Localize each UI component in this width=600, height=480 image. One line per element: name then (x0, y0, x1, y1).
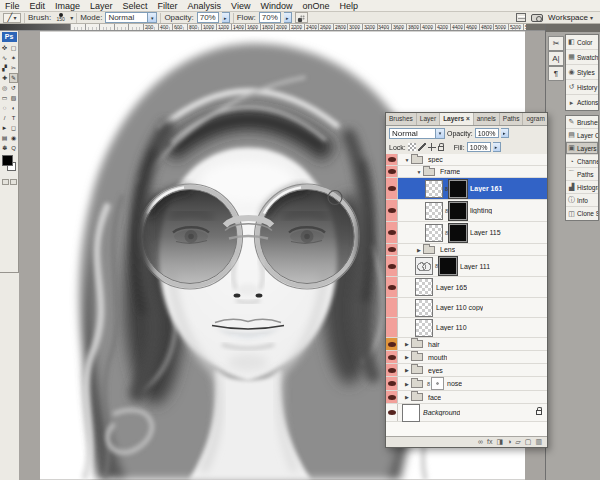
hand-tool[interactable]: ✽ (0, 143, 9, 153)
palette-color[interactable]: ◧ Color (566, 35, 598, 50)
layer-group-face[interactable]: face (386, 391, 547, 404)
visibility-toggle[interactable] (386, 338, 398, 350)
tab-brushes[interactable]: Brushes (386, 113, 417, 125)
tool-preset-picker[interactable]: ╱ ▾ (3, 13, 21, 23)
expand-arrow-icon[interactable] (415, 247, 423, 253)
move-tool[interactable]: ✜ (0, 43, 9, 53)
airbrush-toggle-icon[interactable] (295, 12, 308, 23)
palette-channels[interactable]: ◔ Channels (566, 155, 598, 168)
history-brush-tool[interactable]: ↺ (9, 83, 18, 93)
palette-styles[interactable]: ◉ Styles (566, 65, 598, 80)
marquee-tool[interactable]: ▢ (9, 43, 18, 53)
layer-row-115[interactable]: Layer 115 (386, 222, 547, 244)
shape-tool[interactable]: ◻ (9, 123, 18, 133)
link-layers-icon[interactable]: ∞ (478, 437, 483, 447)
menu-help[interactable]: Help (335, 0, 364, 12)
expand-arrow-icon[interactable] (403, 354, 411, 360)
workspace-menu[interactable]: Workspace ▾ (548, 13, 593, 22)
delete-layer-icon[interactable]: ▥ (535, 437, 542, 447)
visibility-toggle[interactable] (386, 154, 398, 165)
toggle-palettes-icon[interactable] (516, 13, 526, 22)
lock-transparency-icon[interactable] (408, 143, 416, 151)
tab-paths[interactable]: Paths (500, 113, 524, 125)
lock-position-icon[interactable] (428, 143, 436, 151)
layer-thumbnail[interactable] (425, 224, 443, 242)
layer-group-nose[interactable]: nose (386, 377, 547, 391)
visibility-toggle[interactable] (386, 166, 398, 177)
layer-group-lens[interactable]: Lens (386, 244, 547, 256)
visibility-toggle[interactable] (386, 256, 398, 276)
layer-row-165[interactable]: Layer 165 (386, 277, 547, 298)
expand-arrow-icon[interactable] (415, 169, 423, 175)
layer-mask-thumbnail[interactable] (449, 202, 467, 220)
visibility-toggle[interactable] (386, 364, 398, 376)
layer-mask-thumbnail[interactable] (431, 377, 444, 390)
menu-view[interactable]: View (226, 0, 255, 12)
layer-thumbnail[interactable] (415, 299, 433, 317)
menu-select[interactable]: Select (118, 0, 153, 12)
menu-edit[interactable]: Edit (25, 0, 51, 12)
palette-info[interactable]: ⓘ Info (566, 194, 598, 207)
dodge-tool[interactable]: ◐ (9, 103, 18, 113)
visibility-toggle[interactable] (386, 377, 398, 390)
layer-row-lighting[interactable]: lighting (386, 200, 547, 222)
palette-layer-comps[interactable]: ▤ Layer C... (566, 129, 598, 142)
palette-layers[interactable]: ▣ Layers (566, 142, 598, 155)
chevron-down-icon[interactable]: ▾ (147, 13, 156, 22)
path-select-tool[interactable]: ► (0, 123, 9, 133)
flow-input[interactable]: 70% (259, 12, 281, 23)
fill-arrow[interactable]: ▸ (493, 142, 501, 152)
visibility-toggle[interactable] (386, 222, 398, 243)
visibility-toggle[interactable] (386, 298, 398, 317)
layer-opacity-input[interactable]: 100% (475, 128, 499, 138)
type-tool[interactable]: T (9, 113, 18, 123)
layer-row-110-copy[interactable]: Layer 110 copy (386, 298, 547, 318)
crop-tool[interactable]: ▞ (0, 63, 9, 73)
expand-arrow-icon[interactable] (403, 341, 411, 347)
layer-mask-thumbnail[interactable] (449, 224, 467, 242)
magic-wand-tool[interactable]: ✶ (9, 53, 18, 63)
paragraph-panel-icon[interactable]: ¶ (548, 66, 564, 81)
quick-mask-button[interactable] (2, 179, 9, 185)
layer-row-111[interactable]: Layer 111 (386, 256, 547, 277)
layer-thumbnail[interactable] (415, 257, 433, 275)
visibility-toggle[interactable] (386, 244, 398, 255)
layer-thumbnail[interactable] (425, 180, 443, 198)
chevron-down-icon[interactable]: ▾ (435, 129, 444, 138)
blur-tool[interactable]: ◌ (0, 103, 9, 113)
layer-mask-thumbnail[interactable] (439, 257, 457, 275)
adjustment-layer-icon[interactable]: ◑ (507, 437, 511, 447)
zoom-tool[interactable]: Q (9, 143, 18, 153)
layer-style-icon[interactable]: fx (487, 437, 492, 447)
flow-slider-arrow[interactable]: ▸ (284, 12, 292, 23)
eraser-tool[interactable]: ▭ (0, 93, 9, 103)
layer-thumbnail[interactable] (402, 404, 420, 422)
tab-layer-comps[interactable]: Layer (417, 113, 440, 125)
palette-histogram[interactable]: ▟ Histogram (566, 181, 598, 194)
brush-preset-preview[interactable]: 150 (54, 12, 67, 23)
visibility-toggle[interactable] (386, 351, 398, 363)
visibility-toggle[interactable] (386, 318, 398, 337)
clone-stamp-tool[interactable]: ◎ (0, 83, 9, 93)
bridge-icon[interactable] (531, 14, 543, 22)
menu-filter[interactable]: Filter (153, 0, 183, 12)
palette-history[interactable]: ↺ History (566, 80, 598, 95)
menu-analysis[interactable]: Analysis (183, 0, 227, 12)
screen-mode-button[interactable] (10, 179, 17, 185)
brush-tool[interactable]: ✎ (9, 73, 18, 83)
layer-group-hair[interactable]: hair (386, 338, 547, 351)
lock-pixels-icon[interactable] (418, 143, 426, 151)
opacity-slider-arrow[interactable]: ▸ (222, 12, 230, 23)
expand-arrow-icon[interactable] (403, 157, 411, 163)
layer-fill-input[interactable]: 100% (467, 142, 491, 152)
visibility-toggle[interactable] (386, 404, 398, 421)
opacity-input[interactable]: 70% (197, 12, 219, 23)
slice-tool[interactable]: ✂ (9, 63, 18, 73)
notes-tool[interactable]: ▤ (0, 133, 9, 143)
expand-arrow-icon[interactable] (403, 394, 411, 400)
tab-channels[interactable]: annels (474, 113, 500, 125)
visibility-toggle[interactable] (386, 277, 398, 297)
blend-mode-select[interactable]: Normal ▾ (389, 128, 445, 139)
expand-arrow-icon[interactable] (403, 381, 411, 387)
pen-tool[interactable]: / (0, 113, 9, 123)
